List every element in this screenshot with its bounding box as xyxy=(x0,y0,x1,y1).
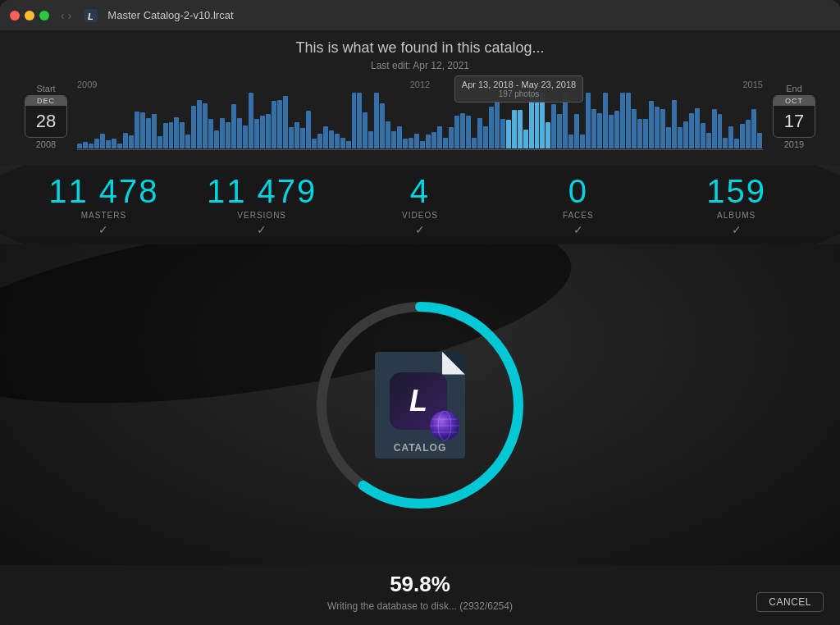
stat-check-icon: ✓ xyxy=(341,223,500,236)
catalog-icon: L CATALO xyxy=(375,352,465,458)
chart-bar xyxy=(454,116,459,148)
chart-bar xyxy=(300,128,305,148)
cancel-button[interactable]: CANCEL xyxy=(756,592,824,612)
chart-bar xyxy=(757,133,762,148)
chart-bar xyxy=(740,124,745,148)
chart-bar xyxy=(397,126,402,148)
chart-bar xyxy=(666,127,671,148)
end-calendar: OCT 17 xyxy=(773,95,815,138)
chart-bar xyxy=(129,135,134,148)
chart-bar xyxy=(718,114,723,148)
forward-arrow-icon[interactable]: › xyxy=(68,9,72,22)
chart-bar xyxy=(495,101,500,148)
back-arrow-icon[interactable]: ‹ xyxy=(61,9,65,22)
stat-item-faces: 0 FACES ✓ xyxy=(499,175,657,236)
maximize-button[interactable] xyxy=(39,11,49,21)
catalog-label: CATALOG xyxy=(375,442,465,454)
chart-bar xyxy=(649,101,654,148)
chart-bar xyxy=(329,130,334,148)
chart-bar xyxy=(94,139,99,148)
stats-row: 11 478 MASTERS ✓ 11 479 VERSIONS ✓ 4 VID… xyxy=(0,165,840,244)
chart-bar xyxy=(340,138,345,149)
progress-percent: 59.8% xyxy=(390,572,450,597)
chart-bar xyxy=(466,116,471,148)
minimize-button[interactable] xyxy=(25,11,34,21)
chart-bar xyxy=(152,114,157,148)
chart-bar xyxy=(723,138,728,148)
stat-label: VIDEOS xyxy=(341,211,500,220)
chart-year-2009: 2009 xyxy=(77,80,97,89)
chart-bar xyxy=(363,112,368,148)
chart-bar xyxy=(477,118,482,148)
chart-bar xyxy=(294,122,299,148)
chart-bar xyxy=(317,134,322,148)
chart-bar xyxy=(551,104,556,148)
chart-bar xyxy=(529,94,534,148)
tooltip-count: 197 photos xyxy=(462,89,576,98)
chart-bar xyxy=(409,138,413,148)
stat-check-icon: ✓ xyxy=(499,223,657,236)
stat-label: MASTERS xyxy=(25,211,183,220)
tooltip-range: Apr 13, 2018 - May 23, 2018 xyxy=(462,80,576,89)
stat-item-versions: 11 479 VERSIONS ✓ xyxy=(183,175,341,236)
chart-year-2015: 2015 xyxy=(743,80,763,89)
chart-bar xyxy=(660,109,665,148)
chart-year-2012: 2012 xyxy=(410,80,430,89)
timeline: Start DEC 28 2008 2009 2012 2015 xyxy=(16,80,824,153)
chart-bar xyxy=(591,109,596,148)
chart-bar xyxy=(306,111,311,148)
chart-bar xyxy=(597,113,602,148)
chart-bar xyxy=(380,103,385,148)
chart-bar xyxy=(135,112,139,148)
start-date-box: Start DEC 28 2008 xyxy=(25,84,67,149)
stat-number: 159 xyxy=(657,175,815,208)
progress-status: Writing the database to disk... (2932/62… xyxy=(327,600,513,612)
stat-check-icon: ✓ xyxy=(183,223,341,236)
end-month: OCT xyxy=(774,96,815,106)
timeline-chart: 2009 2012 2015 Apr 13, 2018 - May 23, 20… xyxy=(77,80,763,153)
last-edit-label: Last edit: Apr 12, 2021 xyxy=(16,60,824,71)
chart-bar xyxy=(100,134,105,148)
stat-number: 11 478 xyxy=(25,175,183,208)
chart-bar xyxy=(374,93,379,148)
chart-bar xyxy=(637,119,642,148)
chart-bar xyxy=(678,127,682,148)
chart-bar xyxy=(231,104,236,148)
chart-bar xyxy=(185,135,190,148)
chart-bar xyxy=(689,113,694,148)
chart-bar xyxy=(191,106,196,148)
start-day: 28 xyxy=(25,106,66,137)
svg-text:L: L xyxy=(88,11,94,21)
chart-bar xyxy=(420,141,425,148)
chart-years: 2009 2012 2015 xyxy=(77,80,763,91)
chart-bar xyxy=(197,100,202,148)
main-content: L CATALO xyxy=(0,244,840,565)
chart-bar xyxy=(523,130,528,148)
chart-bar xyxy=(208,119,213,148)
chart-bar xyxy=(626,93,631,148)
close-button[interactable] xyxy=(10,11,20,21)
traffic-lights xyxy=(10,11,49,21)
chart-bar xyxy=(574,114,579,148)
stat-check-icon: ✓ xyxy=(657,223,815,236)
chart-bar xyxy=(437,126,442,148)
chart-bar xyxy=(146,118,151,148)
chart-bar xyxy=(357,93,362,148)
chart-bar xyxy=(632,109,637,148)
chart-bar xyxy=(260,116,265,148)
chart-bar xyxy=(237,118,242,148)
chart-bar xyxy=(312,139,317,148)
chart-bar xyxy=(214,130,219,148)
main-title: This is what we found in this catalog... xyxy=(16,39,824,57)
chart-bar xyxy=(346,141,351,148)
chart-bar xyxy=(643,119,648,148)
stat-item-masters: 11 478 MASTERS ✓ xyxy=(25,175,183,236)
chart-bar xyxy=(449,127,454,148)
chart-bar xyxy=(706,133,711,148)
chart-bar xyxy=(620,93,625,148)
stat-number: 4 xyxy=(341,175,500,208)
chart-bar xyxy=(180,122,185,148)
chart-bar xyxy=(460,113,465,148)
start-calendar: DEC 28 xyxy=(25,95,67,138)
catalog-logo-letter: L xyxy=(409,386,427,416)
